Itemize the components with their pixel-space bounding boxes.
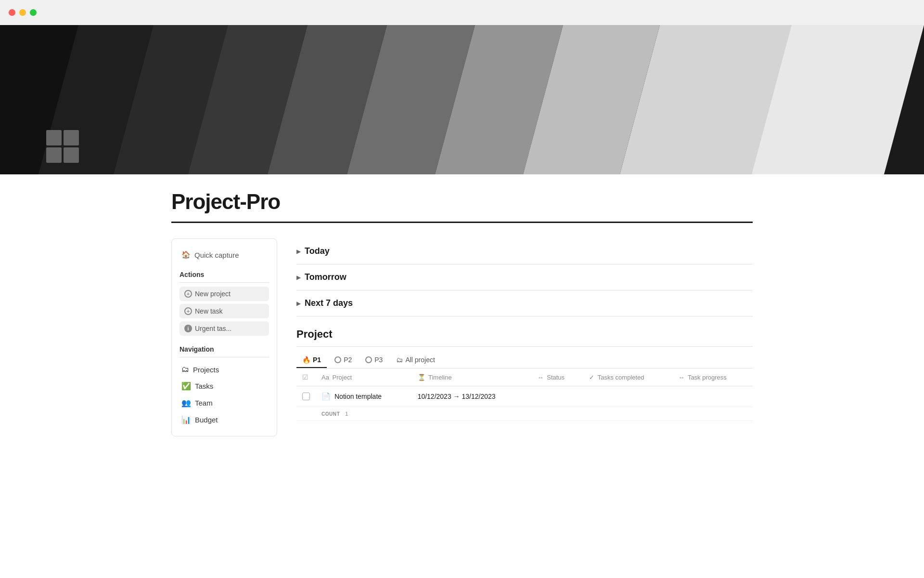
p2-circle-icon bbox=[334, 356, 341, 363]
tab-p1[interactable]: 🔥 P1 bbox=[296, 353, 327, 368]
page-icon bbox=[46, 130, 79, 163]
maximize-button[interactable] bbox=[30, 9, 37, 16]
count-label: COUNT bbox=[321, 411, 340, 417]
project-heading: Project bbox=[296, 328, 753, 347]
th-tasks-completed[interactable]: ✓ Tasks completed bbox=[583, 368, 672, 386]
home-icon: 🏠 bbox=[181, 250, 191, 259]
navigation-section-title: Navigation bbox=[180, 345, 269, 357]
row-status-cell bbox=[532, 386, 584, 407]
minimize-button[interactable] bbox=[19, 9, 26, 16]
next7days-section[interactable]: ▶ Next 7 days bbox=[296, 290, 753, 316]
main-layout: 🏠 Quick capture Actions + New project + … bbox=[171, 238, 753, 436]
th-task-progress[interactable]: ↔ Task progress bbox=[672, 368, 753, 386]
count-cell: COUNT 1 bbox=[316, 407, 412, 421]
th-project-label: Project bbox=[333, 374, 352, 381]
titlebar bbox=[0, 0, 924, 25]
row-tasks-completed-cell bbox=[583, 386, 672, 407]
next7days-label: Next 7 days bbox=[305, 298, 353, 308]
tab-all-project-label: All project bbox=[405, 356, 435, 364]
row-checkbox-cell[interactable] bbox=[296, 386, 316, 407]
sidebar-item-team-label: Team bbox=[195, 399, 213, 407]
project-section: Project 🔥 P1 P2 P3 bbox=[296, 328, 753, 421]
doc-icon: 📄 bbox=[321, 392, 331, 401]
th-status[interactable]: ↔ Status bbox=[532, 368, 584, 386]
urgent-task-button[interactable]: i Urgent tas... bbox=[180, 321, 269, 336]
sidebar-item-tasks-label: Tasks bbox=[195, 382, 213, 390]
project-table: ☑ Aa Project ⏳ Timeline ↔ bbox=[296, 368, 753, 421]
budget-icon: 📊 bbox=[181, 415, 191, 424]
row-task-progress-cell bbox=[672, 386, 753, 407]
tomorrow-label: Tomorrow bbox=[305, 272, 346, 282]
actions-section-title: Actions bbox=[180, 271, 269, 283]
all-project-folder-icon: 🗂 bbox=[396, 356, 403, 364]
plus-icon-1: + bbox=[184, 290, 192, 298]
next7days-toggle-arrow: ▶ bbox=[296, 300, 301, 307]
today-section[interactable]: ▶ Today bbox=[296, 238, 753, 264]
close-button[interactable] bbox=[9, 9, 15, 16]
project-name: Notion template bbox=[334, 393, 382, 400]
new-task-label: New task bbox=[195, 307, 223, 315]
icon-square-4 bbox=[64, 147, 79, 163]
hero-banner bbox=[0, 25, 924, 174]
quick-capture-label: Quick capture bbox=[194, 251, 239, 259]
tasks-icon: ✅ bbox=[181, 381, 191, 391]
tab-p3-label: P3 bbox=[374, 356, 383, 364]
project-col-icon: Aa bbox=[321, 374, 329, 381]
sidebar-item-tasks[interactable]: ✅ Tasks bbox=[180, 378, 269, 394]
quick-capture-item[interactable]: 🏠 Quick capture bbox=[180, 247, 269, 263]
row-project-cell[interactable]: 📄 Notion template bbox=[316, 386, 412, 407]
main-area: ▶ Today ▶ Tomorrow ▶ Next 7 days Project… bbox=[296, 238, 753, 421]
timeline-col-icon: ⏳ bbox=[418, 374, 425, 381]
tab-p3[interactable]: P3 bbox=[359, 353, 388, 368]
hero-stripes bbox=[0, 25, 924, 174]
th-timeline[interactable]: ⏳ Timeline bbox=[412, 368, 532, 386]
sidebar-item-projects-label: Projects bbox=[193, 366, 219, 374]
icon-square-2 bbox=[64, 130, 79, 145]
tomorrow-section[interactable]: ▶ Tomorrow bbox=[296, 264, 753, 290]
th-timeline-label: Timeline bbox=[428, 374, 452, 381]
table-header: ☑ Aa Project ⏳ Timeline ↔ bbox=[296, 368, 753, 386]
info-icon: i bbox=[184, 325, 192, 332]
th-status-label: Status bbox=[547, 374, 565, 381]
sidebar-item-budget-label: Budget bbox=[195, 416, 218, 424]
team-icon: 👥 bbox=[181, 398, 191, 407]
new-project-label: New project bbox=[195, 290, 231, 298]
th-tasks-completed-label: Tasks completed bbox=[598, 374, 644, 381]
project-tabs: 🔥 P1 P2 P3 🗂 All project bbox=[296, 347, 753, 368]
tomorrow-toggle-arrow: ▶ bbox=[296, 274, 301, 281]
icon-square-3 bbox=[46, 147, 62, 163]
count-value: 1 bbox=[345, 411, 348, 417]
count-row: COUNT 1 bbox=[296, 407, 753, 421]
table-row: 📄 Notion template 10/12/2023 → 13/12/202… bbox=[296, 386, 753, 407]
page-divider bbox=[171, 222, 753, 223]
row-checkbox[interactable] bbox=[302, 393, 310, 400]
th-checkbox: ☑ bbox=[296, 368, 316, 386]
new-task-button[interactable]: + New task bbox=[180, 304, 269, 318]
sidebar-item-team[interactable]: 👥 Team bbox=[180, 394, 269, 411]
icon-square-1 bbox=[46, 130, 62, 145]
table-body: 📄 Notion template 10/12/2023 → 13/12/202… bbox=[296, 386, 753, 421]
sidebar: 🏠 Quick capture Actions + New project + … bbox=[171, 238, 277, 436]
page-content: Project-Pro 🏠 Quick capture Actions + Ne… bbox=[125, 174, 799, 436]
p3-circle-icon bbox=[365, 356, 372, 363]
header-checkbox-icon: ☑ bbox=[302, 373, 308, 381]
task-progress-col-icon: ↔ bbox=[678, 374, 684, 381]
today-label: Today bbox=[305, 246, 330, 256]
projects-icon: 🗂 bbox=[181, 365, 189, 374]
urgent-task-label: Urgent tas... bbox=[195, 325, 231, 332]
tab-p1-label: P1 bbox=[313, 356, 321, 364]
tasks-completed-col-icon: ✓ bbox=[589, 374, 594, 381]
count-empty bbox=[296, 407, 316, 421]
plus-icon-2: + bbox=[184, 307, 192, 315]
sidebar-item-budget[interactable]: 📊 Budget bbox=[180, 411, 269, 428]
p1-fire-icon: 🔥 bbox=[302, 356, 310, 364]
page-title: Project-Pro bbox=[171, 174, 753, 222]
project-name-container: 📄 Notion template bbox=[321, 392, 406, 401]
tab-all-project[interactable]: 🗂 All project bbox=[390, 353, 440, 368]
th-project[interactable]: Aa Project bbox=[316, 368, 412, 386]
sidebar-item-projects[interactable]: 🗂 Projects bbox=[180, 361, 269, 378]
new-project-button[interactable]: + New project bbox=[180, 287, 269, 301]
tab-p2[interactable]: P2 bbox=[329, 353, 358, 368]
tab-p2-label: P2 bbox=[344, 356, 352, 364]
status-col-icon: ↔ bbox=[538, 374, 544, 381]
